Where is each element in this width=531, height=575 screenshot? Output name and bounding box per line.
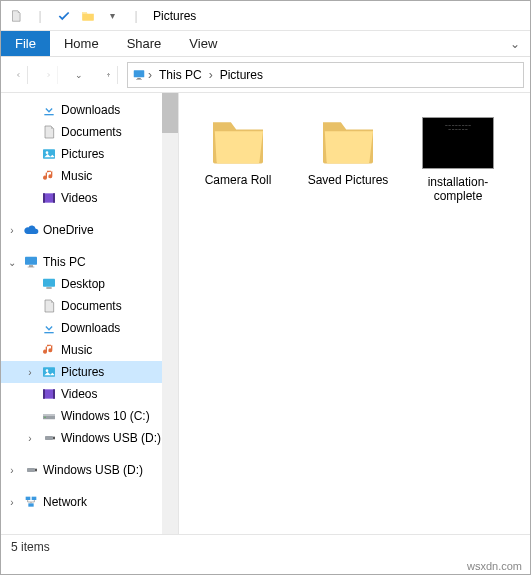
chevron-right-icon[interactable]: › (23, 367, 37, 378)
qat-properties[interactable] (5, 5, 27, 27)
qat-divider: | (29, 5, 51, 27)
usb-icon (23, 462, 39, 478)
tab-view[interactable]: View (175, 31, 231, 56)
pc-icon (132, 68, 146, 82)
status-bar: 5 items (1, 534, 530, 558)
chevron-right-icon[interactable]: › (5, 225, 19, 236)
nav-back[interactable] (7, 63, 31, 87)
pictures-icon (41, 364, 57, 380)
sidebar-item-desktop[interactable]: Desktop (1, 273, 178, 295)
image-thumbnail: _ _ _ _ _ _ _ _ _ _ _ _ _ _ (422, 117, 494, 169)
chevron-right-icon: › (209, 68, 213, 82)
sidebar-item-downloads[interactable]: Downloads (1, 99, 178, 121)
sidebar-item-documents[interactable]: Documents (1, 121, 178, 143)
music-icon (41, 342, 57, 358)
chevron-right-icon: › (148, 68, 152, 82)
videos-icon (41, 386, 57, 402)
ribbon-toggle[interactable]: ⌄ (500, 31, 530, 56)
file-list[interactable]: Camera Roll Saved Pictures _ _ _ _ _ _ _… (179, 93, 530, 534)
qat-divider2: | (125, 5, 147, 27)
sidebar-item-downloads2[interactable]: Downloads (1, 317, 178, 339)
scrollbar[interactable] (162, 93, 178, 534)
chevron-right-icon[interactable]: › (5, 497, 19, 508)
documents-icon (41, 124, 57, 140)
nav-forward[interactable] (37, 63, 61, 87)
sidebar-item-pictures[interactable]: ›Pictures (1, 361, 178, 383)
qat-overflow[interactable]: ▾ (101, 5, 123, 27)
pc-icon (23, 254, 39, 270)
cloud-icon (23, 222, 39, 238)
scrollbar-thumb[interactable] (162, 93, 178, 133)
navigation-pane[interactable]: Downloads Documents Pictures Music Video… (1, 93, 179, 534)
sidebar-item-network[interactable]: ›Network (1, 491, 178, 513)
usb-icon (41, 430, 57, 446)
network-icon (23, 494, 39, 510)
sidebar-item-drive-c[interactable]: Windows 10 (C:) (1, 405, 178, 427)
sidebar-item-usb-root[interactable]: ›Windows USB (D:) (1, 459, 178, 481)
downloads-icon (41, 102, 57, 118)
sidebar-item-music-qa[interactable]: Music (1, 165, 178, 187)
sidebar-item-thispc[interactable]: ⌄This PC (1, 251, 178, 273)
sidebar-item-drive-d[interactable]: ›Windows USB (D:) (1, 427, 178, 449)
file-item-camera-roll[interactable]: Camera Roll (193, 117, 283, 187)
sidebar-item-onedrive[interactable]: ›OneDrive (1, 219, 178, 241)
sidebar-item-videos-qa[interactable]: Videos (1, 187, 178, 209)
chevron-right-icon[interactable]: › (5, 465, 19, 476)
nav-up[interactable] (97, 63, 121, 87)
qat-check[interactable] (53, 5, 75, 27)
status-text: 5 items (11, 540, 50, 554)
videos-icon (41, 190, 57, 206)
documents-icon (41, 298, 57, 314)
crumb-pictures[interactable]: Pictures (215, 68, 268, 82)
desktop-icon (41, 276, 57, 292)
tab-share[interactable]: Share (113, 31, 176, 56)
drive-icon (41, 408, 57, 424)
window-title: Pictures (153, 9, 196, 23)
nav-recent[interactable]: ⌄ (67, 63, 91, 87)
chevron-down-icon[interactable]: ⌄ (5, 257, 19, 268)
file-tab[interactable]: File (1, 31, 50, 56)
breadcrumb[interactable]: › This PC › Pictures (127, 62, 524, 88)
qat-folder[interactable] (77, 5, 99, 27)
downloads-icon (41, 320, 57, 336)
sidebar-item-pictures-qa[interactable]: Pictures (1, 143, 178, 165)
watermark: wsxdn.com (1, 558, 530, 574)
folder-icon (208, 117, 268, 167)
music-icon (41, 168, 57, 184)
file-item-saved-pictures[interactable]: Saved Pictures (303, 117, 393, 187)
tab-home[interactable]: Home (50, 31, 113, 56)
file-item-installation[interactable]: _ _ _ _ _ _ _ _ _ _ _ _ _ _ installation… (413, 117, 503, 204)
pictures-icon (41, 146, 57, 162)
sidebar-item-music[interactable]: Music (1, 339, 178, 361)
crumb-thispc[interactable]: This PC (154, 68, 207, 82)
folder-icon (318, 117, 378, 167)
sidebar-item-documents2[interactable]: Documents (1, 295, 178, 317)
sidebar-item-videos[interactable]: Videos (1, 383, 178, 405)
chevron-right-icon[interactable]: › (23, 433, 37, 444)
